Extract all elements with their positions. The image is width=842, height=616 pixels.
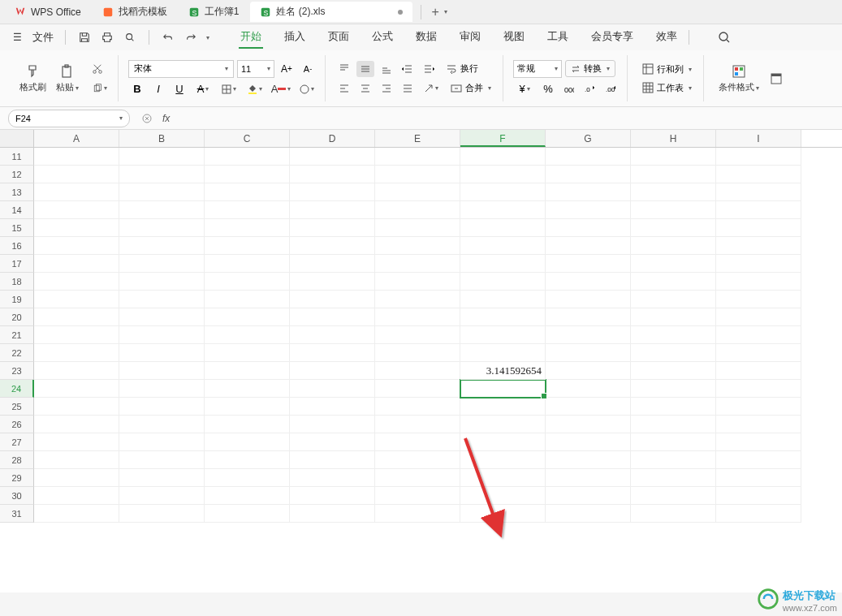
cell[interactable] [205,469,290,487]
cell[interactable] [460,487,546,505]
cell[interactable] [119,273,205,291]
cell[interactable] [460,273,546,291]
undo-history-dropdown[interactable]: ▾ [206,34,209,41]
cell[interactable] [34,237,119,255]
select-all-corner[interactable] [0,130,34,147]
cell[interactable] [34,183,119,201]
cell[interactable] [716,433,801,451]
row-header[interactable]: 18 [0,273,34,291]
row-header[interactable]: 12 [0,166,34,183]
cell[interactable] [716,398,801,416]
cell[interactable] [34,469,119,487]
cell[interactable] [205,326,290,344]
cell[interactable] [34,273,119,291]
copy-icon[interactable]: ▾ [89,80,111,97]
cell[interactable] [375,451,460,469]
menu-start[interactable]: 开始 [239,26,263,49]
cell[interactable] [546,255,631,273]
row-header[interactable]: 24 [0,380,34,398]
cell[interactable] [460,148,546,166]
tab-wps-home[interactable]: WPS Office [5,3,91,21]
orientation-icon[interactable]: ▾ [420,80,443,97]
cell[interactable] [205,308,290,326]
fx-icon[interactable]: fx [162,113,170,124]
cell[interactable] [460,291,546,308]
menu-tools[interactable]: 工具 [546,26,570,49]
percent-icon[interactable]: % [539,81,557,97]
cell[interactable] [631,148,716,166]
save-icon[interactable] [76,28,93,46]
row-header[interactable]: 26 [0,416,34,433]
strikethrough-button[interactable]: A▾ [192,81,214,97]
col-header[interactable]: B [119,130,205,147]
thousands-icon[interactable]: 000 [560,81,578,97]
cell[interactable] [631,219,716,237]
menu-formula[interactable]: 公式 [370,26,395,49]
cell[interactable] [290,362,375,380]
cell[interactable] [546,291,631,308]
cell[interactable] [716,273,801,291]
cell[interactable] [290,219,375,237]
row-header[interactable]: 14 [0,201,34,219]
cell[interactable] [716,487,801,505]
justify-icon[interactable] [399,80,417,97]
cell[interactable] [460,237,546,255]
cell[interactable] [631,237,716,255]
cell[interactable] [716,219,801,237]
cell[interactable] [290,255,375,273]
cell[interactable] [375,201,460,219]
cell[interactable] [34,380,119,398]
cell[interactable] [546,487,631,505]
cell[interactable] [119,166,205,183]
cell[interactable] [375,219,460,237]
cell[interactable] [375,433,460,451]
font-name-select[interactable]: 宋体▾ [128,60,234,78]
row-header[interactable]: 15 [0,219,34,237]
row-header[interactable]: 28 [0,451,34,469]
cell[interactable] [119,308,205,326]
cell[interactable] [375,362,460,380]
cell[interactable] [119,255,205,273]
cell[interactable]: 3.141592654 [460,362,546,380]
cell[interactable] [631,201,716,219]
cell[interactable] [375,255,460,273]
cell[interactable] [290,148,375,166]
cell[interactable] [375,380,460,398]
name-box[interactable]: F24 ▾ [8,110,130,127]
cell[interactable] [460,398,546,416]
row-header[interactable]: 13 [0,183,34,201]
cell[interactable] [119,362,205,380]
row-header[interactable]: 19 [0,291,34,308]
cell[interactable] [205,505,290,523]
cell[interactable] [716,362,801,380]
align-middle-icon[interactable] [356,61,374,77]
cell[interactable] [631,433,716,451]
cell[interactable] [716,469,801,487]
cell[interactable] [716,201,801,219]
cell[interactable] [290,291,375,308]
cell[interactable] [631,469,716,487]
font-size-select[interactable]: 11▾ [237,60,274,78]
cell[interactable] [205,255,290,273]
cell[interactable] [631,416,716,433]
cell[interactable] [546,362,631,380]
cell[interactable] [290,398,375,416]
redo-icon[interactable] [182,28,200,46]
cell[interactable] [34,362,119,380]
cell[interactable] [460,183,546,201]
cell[interactable] [631,166,716,183]
underline-button[interactable]: U [171,81,188,97]
cell[interactable] [546,398,631,416]
cell[interactable] [205,237,290,255]
convert-button[interactable]: 转换▾ [565,60,615,77]
cell[interactable] [205,148,290,166]
number-format-select[interactable]: 常规▾ [513,60,562,78]
cell[interactable] [119,469,205,487]
cell[interactable] [546,237,631,255]
cell[interactable] [34,326,119,344]
cell[interactable] [34,487,119,505]
cell[interactable] [631,487,716,505]
conditional-format-button[interactable]: 条件格式▾ [714,62,764,95]
cell[interactable] [205,451,290,469]
cell[interactable] [716,183,801,201]
